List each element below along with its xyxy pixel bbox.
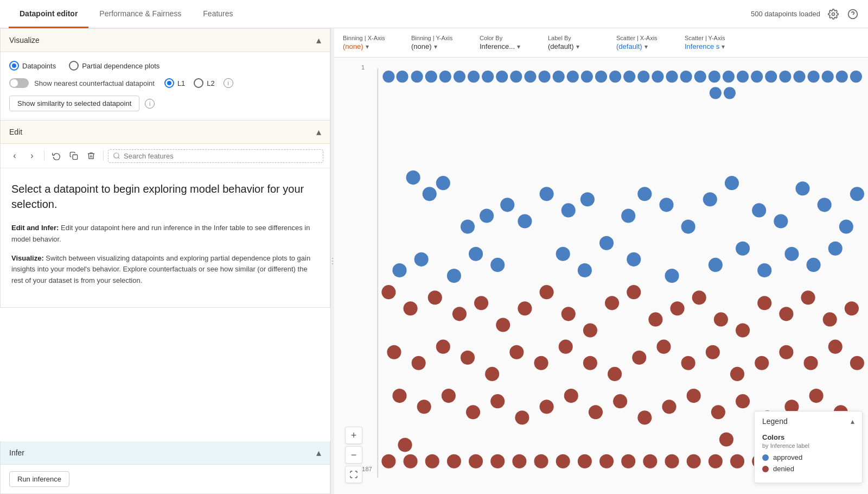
edit-desc-block-2: Visualize: Switch between visualizing da… <box>11 253 319 287</box>
svg-point-43 <box>406 170 420 185</box>
run-inference-button[interactable]: Run inference <box>9 471 69 487</box>
visualize-header[interactable]: Visualize ▴ <box>1 29 330 52</box>
svg-point-56 <box>659 198 673 212</box>
settings-icon[interactable] <box>827 8 840 21</box>
svg-point-61 <box>774 214 788 228</box>
search-input[interactable] <box>124 152 318 160</box>
svg-point-10 <box>425 71 437 83</box>
svg-point-58 <box>703 192 717 206</box>
svg-point-31 <box>723 71 735 83</box>
svg-point-67 <box>414 252 429 267</box>
y-axis-top: 1 <box>361 64 365 71</box>
copy-button[interactable] <box>66 148 81 163</box>
infer-content: Run inference <box>1 465 330 493</box>
svg-point-71 <box>556 247 570 261</box>
svg-point-152 <box>599 454 614 468</box>
l1l2-info-icon[interactable]: i <box>224 78 233 88</box>
l2-label: L2 <box>207 79 214 87</box>
l1-l2-row: L1 L2 i <box>164 78 233 88</box>
legend-collapse-icon[interactable]: ▴ <box>851 417 854 426</box>
label-by-value[interactable]: (default) ▾ <box>548 42 608 50</box>
infer-header[interactable]: Infer ▴ <box>1 441 330 465</box>
svg-point-72 <box>578 263 592 277</box>
top-nav: Datapoint editor Performance & Fairness … <box>0 0 868 28</box>
binning-x-arrow: ▾ <box>366 43 369 50</box>
svg-point-101 <box>823 312 837 326</box>
scatter-y-control: Scatter | Y-Axis Inference s ▾ <box>685 35 744 50</box>
tab-performance-fairness[interactable]: Performance & Fairness <box>88 1 192 28</box>
toggle-row: Show nearest counterfactual datapoint L1… <box>9 78 321 88</box>
svg-point-148 <box>512 454 526 468</box>
radio-partial-dependence[interactable]: Partial dependence plots <box>69 61 159 71</box>
back-button[interactable]: ‹ <box>7 148 22 163</box>
scatter-y-label: Scatter | Y-Axis <box>685 35 744 41</box>
svg-point-36 <box>793 71 805 83</box>
svg-point-46 <box>461 219 475 233</box>
scatter-x-value[interactable]: (default) ▾ <box>616 42 676 50</box>
fit-screen-button[interactable] <box>345 466 362 483</box>
edit-section: Edit ▴ ‹ › <box>0 121 330 308</box>
svg-point-9 <box>411 71 423 83</box>
restore-button[interactable] <box>49 148 64 163</box>
svg-point-136 <box>711 405 725 419</box>
svg-point-126 <box>466 405 480 419</box>
similarity-info-icon[interactable]: i <box>145 99 155 109</box>
infer-section: Infer ▴ Run inference <box>0 441 330 494</box>
svg-point-158 <box>730 454 744 468</box>
forward-button[interactable]: › <box>24 148 40 163</box>
edit-text-content: Select a datapoint to begin exploring mo… <box>1 168 330 307</box>
color-by-value[interactable]: Inference... ▾ <box>480 42 539 50</box>
svg-point-144 <box>425 454 439 468</box>
svg-point-32 <box>737 71 749 83</box>
svg-point-65 <box>850 187 864 201</box>
drag-dots <box>332 258 333 264</box>
svg-point-62 <box>795 181 809 195</box>
label-by-control: Label By (default) ▾ <box>548 35 608 50</box>
svg-point-13 <box>468 71 480 83</box>
binning-y-value[interactable]: (none) ▾ <box>411 42 471 50</box>
radio-l2[interactable]: L2 <box>194 78 214 88</box>
binning-x-label: Binning | X-Axis <box>343 35 403 41</box>
scatter-y-value[interactable]: Inference s ▾ <box>685 42 744 50</box>
svg-point-11 <box>439 71 451 83</box>
chart-toolbar: Binning | X-Axis (none) ▾ Binning | Y-Ax… <box>334 28 868 58</box>
svg-point-123 <box>392 389 406 403</box>
zoom-out-button[interactable]: − <box>345 446 362 464</box>
svg-point-21 <box>581 71 593 83</box>
label-by-arrow: ▾ <box>576 43 579 50</box>
counterfactual-toggle[interactable] <box>9 78 29 88</box>
svg-point-54 <box>621 208 635 223</box>
legend-label-denied: denied <box>773 465 794 473</box>
delete-button[interactable] <box>84 148 99 163</box>
radio-l1[interactable]: L1 <box>164 78 185 88</box>
radio-datapoints[interactable]: Datapoints <box>9 61 56 71</box>
legend-panel: Legend ▴ Colors by Inference label appro… <box>754 411 863 483</box>
svg-point-27 <box>666 71 678 83</box>
help-icon[interactable] <box>846 8 859 21</box>
svg-point-34 <box>765 71 777 83</box>
scatter-y-arrow: ▾ <box>722 43 725 50</box>
svg-point-92 <box>627 285 641 299</box>
svg-point-42 <box>724 87 736 99</box>
svg-point-48 <box>500 198 514 212</box>
tab-features[interactable]: Features <box>192 1 244 28</box>
tab-datapoint-editor[interactable]: Datapoint editor <box>9 1 88 28</box>
svg-point-147 <box>490 454 505 468</box>
visualize-collapse-icon[interactable]: ▴ <box>316 34 321 46</box>
edit-header[interactable]: Edit ▴ <box>1 121 330 144</box>
similarity-button[interactable]: Show similarity to selected datapoint <box>9 96 139 111</box>
svg-point-69 <box>469 247 483 261</box>
svg-point-39 <box>836 71 848 83</box>
infer-collapse-icon[interactable]: ▴ <box>316 447 321 459</box>
color-by-control: Color By Inference... ▾ <box>480 35 539 50</box>
svg-point-137 <box>736 394 750 408</box>
visualize-content: Datapoints Partial dependence plots Show… <box>1 52 330 120</box>
svg-point-94 <box>671 301 685 315</box>
zoom-in-button[interactable]: + <box>345 427 362 444</box>
edit-collapse-icon[interactable]: ▴ <box>316 126 321 138</box>
svg-point-74 <box>665 269 679 283</box>
svg-point-64 <box>839 219 853 233</box>
binning-x-value[interactable]: (none) ▾ <box>343 42 403 50</box>
radio-l2-circle <box>194 78 203 88</box>
l1-label: L1 <box>177 79 185 87</box>
